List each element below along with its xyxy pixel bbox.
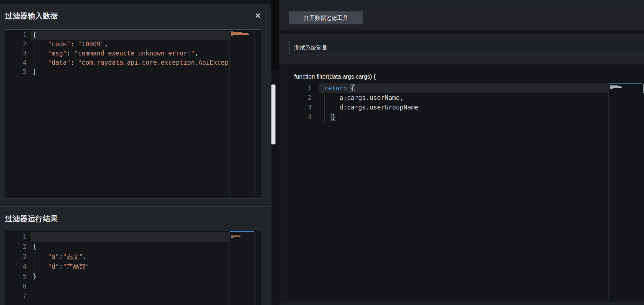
line-number: 2 [290, 93, 319, 103]
line-number: 4 [5, 58, 31, 67]
minimap-line [231, 31, 233, 32]
minimap-cursor-indicator [230, 231, 255, 232]
minimap[interactable] [230, 231, 255, 305]
bottom-strip [279, 302, 644, 305]
indent-guide [324, 94, 325, 122]
test-system-constants-box[interactable]: 测试系统常量 [289, 41, 644, 54]
backdrop-shadow [271, 0, 279, 70]
filter-result-title: 过滤器运行结果 [5, 214, 58, 224]
code-line[interactable]: "data": "com.raydata.api.core.exception.… [31, 58, 230, 67]
code-line[interactable]: return { [319, 83, 608, 93]
code-line[interactable]: { [31, 242, 230, 252]
filter-function-tool: function filter(data,args,cargs) { 1234 … [290, 70, 644, 301]
line-number: 3 [5, 49, 31, 58]
close-icon[interactable]: ✕ [253, 11, 263, 21]
code-line[interactable] [31, 232, 230, 242]
minimap-line [231, 34, 249, 35]
filter-input-editor[interactable]: 12345 { "code": "10009", "msg": "command… [5, 29, 261, 198]
code-line[interactable]: "msg": "command exeucte unknown error!", [31, 49, 230, 58]
right-panel: 打开数据过滤工具 测试系统常量 function filter(data,arg… [279, 0, 644, 305]
line-number: 2 [5, 242, 31, 252]
code-line[interactable]: a:cargs.userName, [319, 93, 608, 103]
minimap-line [231, 235, 240, 236]
minimap-line [610, 88, 613, 89]
code-line[interactable]: } [31, 67, 230, 76]
editor-scrollbar[interactable] [642, 83, 644, 301]
minimap-line [231, 33, 248, 34]
app-root: 过滤器输入数据 ✕ 12345 { "code": "10009", "msg"… [0, 0, 644, 305]
line-number: 2 [5, 40, 31, 49]
line-number: 5 [5, 272, 31, 281]
minimap-line [610, 85, 618, 86]
code-line[interactable]: } [319, 112, 608, 122]
minimap-cursor-indicator [609, 83, 642, 84]
editor-scrollbar[interactable] [254, 231, 261, 305]
line-number: 3 [290, 103, 319, 112]
code-line[interactable]: "d":"产品部" [31, 262, 230, 272]
editor-scrollbar[interactable] [254, 30, 261, 198]
code-line[interactable]: "a":"志文", [31, 252, 230, 262]
minimap-line [231, 234, 233, 234]
code-content[interactable]: { "code": "10009", "msg": "command exeuc… [31, 30, 230, 198]
filter-tool-modal: 过滤器输入数据 ✕ 12345 { "code": "10009", "msg"… [0, 4, 271, 305]
line-number: 7 [5, 291, 31, 301]
line-number-gutter: 1234567 [5, 231, 31, 305]
indent-guide [35, 252, 35, 272]
line-number: 4 [5, 262, 31, 272]
filter-function-header: function filter(data,args,cargs) { [290, 70, 644, 83]
filter-result-editor[interactable]: 1234567 { "a":"志文", "d":"产品部"} [5, 231, 261, 305]
code-content[interactable]: return { a:cargs.userName, d:cargs.userG… [319, 83, 608, 301]
line-number: 5 [5, 67, 31, 76]
line-number: 3 [5, 252, 31, 262]
line-number-gutter: 1234 [290, 83, 319, 301]
filter-input-title: 过滤器输入数据 [5, 11, 58, 21]
top-strip [279, 0, 644, 4]
minimap-line [231, 35, 233, 36]
line-number: 1 [290, 83, 319, 93]
code-line[interactable]: "code": "10009", [31, 40, 230, 49]
minimap[interactable] [608, 83, 642, 301]
code-content[interactable]: { "a":"志文", "d":"产品部"} [31, 231, 230, 305]
minimap[interactable] [230, 30, 255, 198]
minimap-line [610, 86, 621, 87]
minimap-line [231, 32, 242, 33]
code-line[interactable] [31, 291, 230, 301]
line-number: 1 [5, 30, 31, 40]
minimap-line [231, 237, 233, 238]
code-line[interactable]: } [31, 272, 230, 281]
page-scrollbar-thumb[interactable] [271, 85, 275, 144]
filter-function-editor[interactable]: 1234 return { a:cargs.userName, d:cargs.… [290, 83, 644, 301]
code-line[interactable] [31, 281, 230, 291]
open-data-filter-tool-button[interactable]: 打开数据过滤工具 [289, 11, 363, 24]
code-line[interactable]: { [31, 30, 230, 40]
code-line[interactable]: d:cargs.userGroupName [319, 103, 608, 112]
section-divider [0, 206, 271, 207]
indent-guide [35, 40, 35, 67]
line-number: 6 [5, 281, 31, 291]
line-number: 4 [290, 112, 319, 122]
line-number-gutter: 12345 [5, 30, 31, 198]
line-number: 1 [5, 232, 31, 242]
minimap-line [610, 87, 622, 88]
minimap-line [231, 236, 241, 237]
